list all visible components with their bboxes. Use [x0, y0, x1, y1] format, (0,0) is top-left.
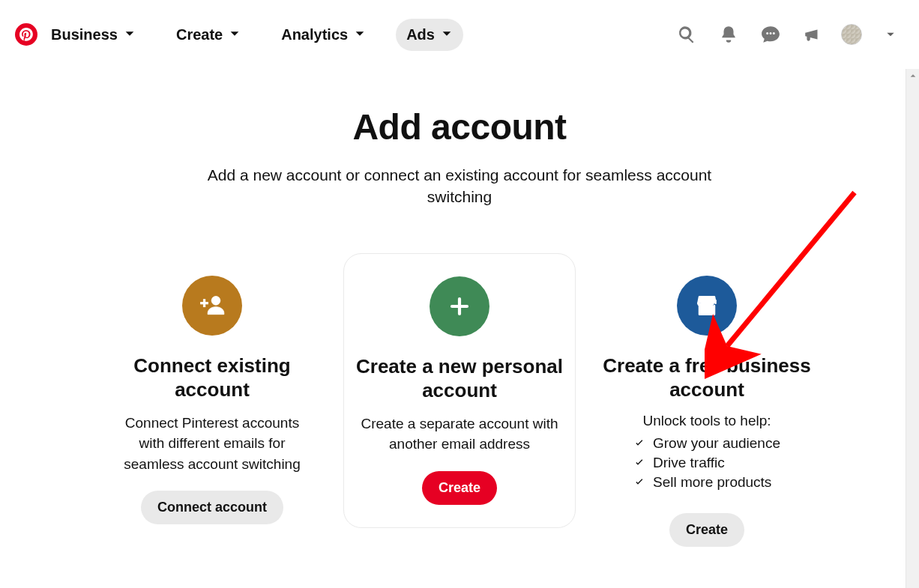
page-title: Add account: [0, 106, 919, 148]
messages-icon[interactable]: [757, 21, 784, 48]
connect-account-button[interactable]: Connect account: [141, 491, 283, 524]
checklist-label: Sell more products: [653, 474, 771, 491]
megaphone-icon[interactable]: [799, 21, 826, 48]
nav-analytics[interactable]: Analytics: [271, 19, 376, 51]
account-chevron-down-icon[interactable]: [877, 21, 904, 48]
checklist-label: Drive traffic: [653, 455, 725, 471]
scrollbar[interactable]: [906, 69, 919, 588]
business-checklist: Unlock tools to help: Grow your audience…: [633, 413, 780, 494]
card-connect-existing: Connect existing account Connect Pintere…: [96, 253, 328, 548]
plus-icon: [430, 276, 489, 336]
nav-label: Analytics: [281, 26, 348, 43]
checklist-intro: Unlock tools to help:: [633, 413, 780, 429]
main: Add account Add a new account or connect…: [0, 69, 919, 569]
avatar[interactable]: [841, 24, 862, 45]
nav-label: Ads: [406, 26, 435, 43]
svg-point-0: [211, 296, 220, 305]
chevron-down-icon: [124, 26, 136, 43]
checklist-label: Grow your audience: [653, 435, 780, 452]
check-icon: [633, 457, 645, 469]
checklist-item: Grow your audience: [633, 435, 780, 452]
scroll-up-icon[interactable]: [906, 69, 919, 82]
nav-ads[interactable]: Ads: [396, 19, 463, 51]
person-add-icon: [182, 276, 242, 336]
card-create-personal: Create a new personal account Create a s…: [343, 253, 576, 528]
svg-rect-2: [201, 302, 208, 304]
chevron-down-icon: [441, 26, 453, 43]
cards-row: Connect existing account Connect Pintere…: [0, 253, 919, 569]
top-nav: Business Create Analytics Ads: [0, 0, 919, 69]
card-desc: Connect Pinterest accounts with differen…: [108, 413, 316, 475]
storefront-icon: [677, 276, 737, 336]
card-title: Create a free business account: [603, 354, 811, 402]
top-nav-right: [673, 21, 904, 48]
create-personal-button[interactable]: Create: [422, 471, 497, 505]
card-title: Create a new personal account: [356, 354, 563, 403]
card-title: Connect existing account: [108, 354, 316, 402]
card-desc: Create a separate account with another e…: [356, 413, 563, 455]
create-business-button[interactable]: Create: [669, 513, 744, 547]
check-icon: [633, 476, 645, 488]
bell-icon[interactable]: [715, 21, 742, 48]
check-icon: [633, 437, 645, 449]
card-create-business: Create a free business account Unlock to…: [591, 253, 823, 569]
nav-create[interactable]: Create: [166, 19, 251, 51]
pinterest-logo-icon[interactable]: [15, 23, 37, 46]
chevron-down-icon: [354, 26, 366, 43]
page-subtitle: Add a new account or connect an existing…: [197, 164, 722, 208]
nav-business[interactable]: Business: [45, 19, 146, 51]
nav-label: Create: [176, 26, 223, 43]
search-icon[interactable]: [673, 21, 700, 48]
chevron-down-icon: [229, 26, 241, 43]
checklist-item: Sell more products: [633, 474, 780, 491]
top-nav-left: Business Create Analytics Ads: [15, 19, 463, 51]
nav-label: Business: [51, 26, 118, 43]
checklist-item: Drive traffic: [633, 455, 780, 471]
